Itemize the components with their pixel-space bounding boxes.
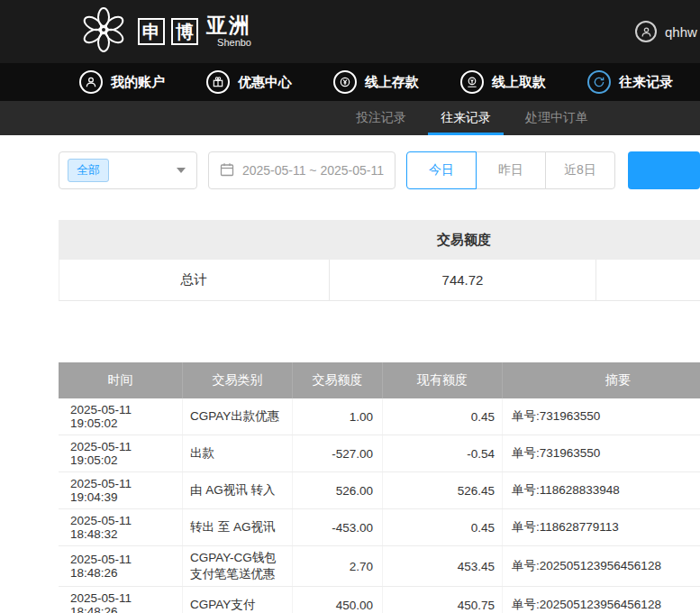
- cell-time: 2025-05-11 19:05:02: [59, 435, 183, 471]
- cell-amount: 526.00: [293, 472, 383, 508]
- cell-summary: 单号:202505123956456128: [503, 587, 700, 613]
- cell-time: 2025-05-11 19:04:39: [59, 472, 183, 508]
- cell-summary: 单号:118628833948: [503, 472, 700, 508]
- cell-amount: -453.00: [293, 509, 383, 545]
- nav-label: 优惠中心: [238, 74, 292, 91]
- transfer-records-icon: [587, 70, 611, 94]
- nav-item-transaction-records[interactable]: 往来记录: [587, 70, 673, 94]
- brand-logo[interactable]: 申 博 亚洲 Shenbo: [79, 5, 251, 58]
- table-row: 2025-05-11 19:05:02 出款 -527.00 -0.54 单号:…: [59, 435, 700, 472]
- records-table-head: 时间 交易类别 交易额度 现有额度 摘要: [59, 362, 700, 398]
- cell-type: 转出 至 AG视讯: [183, 509, 293, 545]
- cell-balance: 0.45: [383, 398, 503, 435]
- summary-table: 交易额度 总计 744.72: [59, 220, 700, 301]
- summary-table-header: 交易额度: [59, 220, 700, 260]
- cell-amount: -527.00: [293, 435, 383, 471]
- nav-label: 我的账户: [111, 74, 165, 91]
- cell-summary: 单号:202505123956456128: [503, 546, 700, 586]
- cell-time: 2025-05-11 19:05:02: [59, 398, 183, 435]
- nav-item-my-account[interactable]: 我的账户: [79, 70, 165, 94]
- chevron-down-icon: [177, 168, 186, 173]
- quick-date-buttons: 今日 昨日 近8日: [406, 151, 615, 189]
- cell-type: CGPAY出款优惠: [183, 398, 293, 435]
- brand-char-bo: 博: [171, 18, 198, 45]
- nav-item-online-withdrawal[interactable]: 线上取款: [460, 70, 546, 94]
- date-range-input[interactable]: 2025-05-11 ~ 2025-05-11: [208, 151, 395, 189]
- last-8-days-button[interactable]: 近8日: [545, 151, 615, 189]
- table-row: 2025-05-11 18:48:26 CGPAY-CG钱包支付笔笔送优惠 2.…: [59, 546, 700, 587]
- content-area: 全部 2025-05-11 ~ 2025-05-11 今日 昨日 近8日 交易额…: [0, 135, 700, 613]
- table-row: 2025-05-11 18:48:32 转出 至 AG视讯 -453.00 0.…: [59, 509, 700, 546]
- cell-type: 出款: [183, 435, 293, 471]
- tab-transaction-records[interactable]: 往来记录: [428, 101, 504, 135]
- brand-region: 亚洲: [206, 15, 251, 36]
- withdraw-coin-icon: [460, 70, 484, 94]
- nav-item-online-deposit[interactable]: 线上存款: [333, 70, 419, 94]
- top-header: 申 博 亚洲 Shenbo qhhw: [0, 0, 700, 63]
- cell-amount: 1.00: [293, 398, 383, 435]
- cell-summary: 单号:731963550: [503, 435, 700, 471]
- filter-bar: 全部 2025-05-11 ~ 2025-05-11 今日 昨日 近8日: [59, 151, 700, 189]
- user-icon: [79, 70, 103, 94]
- cell-summary: 单号:731963550: [503, 398, 700, 435]
- cell-summary: 单号:118628779113: [503, 509, 700, 545]
- date-range-value: 2025-05-11 ~ 2025-05-11: [242, 163, 384, 178]
- user-account[interactable]: qhhw: [635, 21, 697, 42]
- brand-char-shen: 申: [138, 18, 165, 45]
- cell-type: CGPAY支付: [183, 587, 293, 613]
- type-select[interactable]: 全部: [59, 151, 197, 189]
- nav-label: 线上存款: [365, 74, 419, 91]
- column-header-summary: 摘要: [503, 362, 700, 398]
- column-header-balance: 现有额度: [383, 362, 503, 398]
- nav-item-promotions[interactable]: 优惠中心: [206, 70, 292, 94]
- cell-balance: 526.45: [383, 472, 503, 508]
- cell-type: 由 AG视讯 转入: [183, 472, 293, 508]
- column-header-type: 交易类别: [183, 362, 293, 398]
- gift-icon: [206, 70, 230, 94]
- search-button[interactable]: [628, 151, 700, 189]
- cell-balance: -0.54: [383, 435, 503, 471]
- flower-logo-icon: [79, 5, 128, 58]
- tab-processing-orders[interactable]: 处理中订单: [513, 101, 601, 135]
- cell-balance: 453.45: [383, 546, 503, 586]
- cell-time: 2025-05-11 18:48:32: [59, 509, 183, 545]
- cell-amount: 2.70: [293, 546, 383, 586]
- deposit-coin-icon: [333, 70, 357, 94]
- summary-total-label: 总计: [59, 260, 330, 300]
- summary-total-row: 总计 744.72: [59, 260, 700, 301]
- cell-balance: 0.45: [383, 509, 503, 545]
- table-row: 2025-05-11 19:04:39 由 AG视讯 转入 526.00 526…: [59, 472, 700, 509]
- calendar-icon: [220, 162, 234, 179]
- yesterday-button[interactable]: 昨日: [476, 151, 546, 189]
- cell-type: CGPAY-CG钱包支付笔笔送优惠: [183, 546, 293, 586]
- cell-amount: 450.00: [293, 587, 383, 613]
- nav-label: 线上取款: [492, 74, 546, 91]
- tab-betting-records[interactable]: 投注记录: [343, 101, 419, 135]
- summary-empty-cell: [596, 260, 700, 300]
- nav-label: 往来记录: [619, 74, 673, 91]
- cell-balance: 450.75: [383, 587, 503, 613]
- type-select-value: 全部: [68, 159, 109, 182]
- records-table: 时间 交易类别 交易额度 现有额度 摘要 2025-05-11 19:05:02…: [59, 362, 700, 613]
- brand-subtitle: Shenbo: [217, 38, 251, 48]
- table-row: 2025-05-11 18:48:26 CGPAY支付 450.00 450.7…: [59, 587, 700, 613]
- table-row: 2025-05-11 19:05:02 CGPAY出款优惠 1.00 0.45 …: [59, 398, 700, 435]
- column-header-amount: 交易额度: [293, 362, 383, 398]
- summary-total-value: 744.72: [330, 260, 597, 300]
- cell-time: 2025-05-11 18:48:26: [59, 546, 183, 586]
- main-nav: 我的账户 优惠中心 线上存款 线上取款: [0, 63, 700, 101]
- username: qhhw: [665, 24, 697, 40]
- records-table-body: 2025-05-11 19:05:02 CGPAY出款优惠 1.00 0.45 …: [59, 398, 700, 613]
- user-icon: [635, 21, 657, 42]
- cell-time: 2025-05-11 18:48:26: [59, 587, 183, 613]
- column-header-time: 时间: [59, 362, 183, 398]
- today-button[interactable]: 今日: [406, 151, 477, 189]
- subnav-tabs: 投注记录 往来记录 处理中订单: [0, 101, 700, 135]
